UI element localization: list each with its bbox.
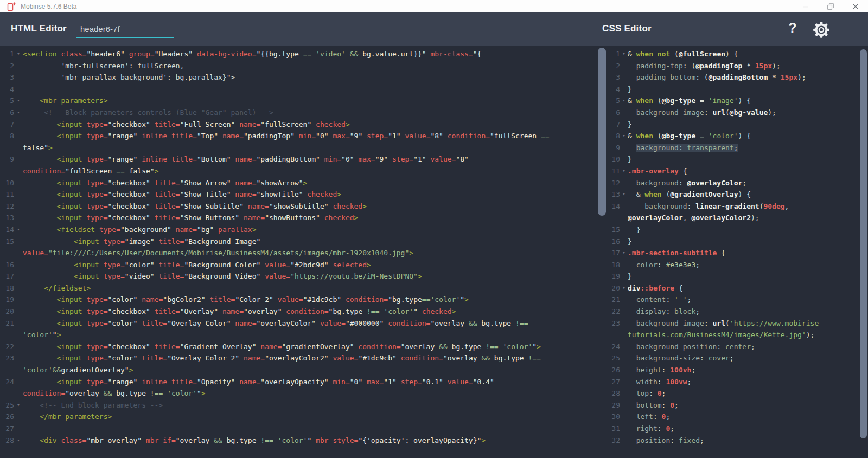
fold-arrow-icon[interactable]: ▾: [620, 48, 628, 60]
fold-arrow-icon[interactable]: ▾: [620, 165, 628, 177]
code-row: 14background: linear-gradient(90deg,: [608, 201, 860, 212]
fold-gutter: [14, 189, 23, 201]
fold-gutter: [14, 294, 23, 306]
fold-arrow-icon[interactable]: ▾: [620, 282, 628, 294]
html-editor-panel[interactable]: 1▾<section class="header6" group="Header…: [0, 46, 598, 458]
code-row: 19<input type="color" name="bgColor2" ti…: [0, 294, 598, 306]
fold-gutter: [620, 376, 628, 388]
code-row: 13<input type="checkbox" title="Show But…: [0, 212, 598, 224]
code-row: 21<input type="color" title="Overlay Col…: [0, 318, 598, 330]
fold-gutter: [14, 423, 23, 435]
fold-arrow-icon[interactable]: ▾: [620, 247, 628, 259]
line-number: 8: [0, 130, 14, 142]
code-row: 13▾& when (@gradientOverlay) {: [608, 189, 860, 201]
line-number: 27: [608, 376, 620, 388]
fold-gutter: [620, 201, 628, 212]
fold-gutter: [14, 247, 23, 259]
fold-gutter: [620, 107, 628, 119]
line-number: 5: [0, 95, 14, 107]
fold-gutter: [620, 435, 628, 447]
code-row: condition="overlay && bg.type !== 'color…: [0, 388, 598, 399]
code-row: 4}: [608, 83, 860, 95]
code-row: 18</fieldset>: [0, 282, 598, 294]
code-row: 31right: 0;: [608, 423, 860, 435]
code-row: 22<input type="checkbox" title="Gradient…: [0, 341, 598, 353]
code-row: @overlayColor, @overlayColor2);: [608, 212, 860, 224]
line-number: 31: [608, 423, 620, 435]
restore-button[interactable]: [818, 0, 843, 12]
help-icon[interactable]: ?: [783, 20, 802, 36]
code-row: 'color'&&gradientOverlay">: [0, 364, 598, 376]
fold-gutter: [620, 318, 628, 330]
code-row: 28▾<div class="mbr-overlay" mbr-if="over…: [0, 435, 598, 447]
fold-arrow-icon[interactable]: ▾: [620, 130, 628, 142]
line-number: 9: [608, 142, 620, 154]
code-row: 29bottom: 0;: [608, 399, 860, 411]
code-row: 1▾& when not (@fullScreen) {: [608, 48, 860, 60]
fold-gutter: [620, 341, 628, 353]
code-row: 15}: [608, 224, 860, 236]
fold-arrow-icon[interactable]: ▾: [620, 95, 628, 107]
fold-gutter: [620, 72, 628, 83]
code-row: 20▾div::before {: [608, 282, 860, 294]
html-editor-title: HTML Editor: [11, 23, 67, 34]
fold-gutter: [620, 153, 628, 165]
fold-arrow-icon[interactable]: ▾: [14, 224, 23, 236]
line-number: 7: [0, 119, 14, 131]
code-row: 30left: 0;: [608, 411, 860, 423]
fold-arrow-icon[interactable]: ▾: [14, 399, 23, 411]
code-row: 9background: transparent;: [608, 142, 860, 154]
css-editor-scrollbar[interactable]: [860, 49, 867, 438]
code-row: 15<input type="image" title="Background …: [0, 236, 598, 248]
mobirise-window: Mobirise 5.7.6 Beta HTML Editor header6-…: [0, 0, 868, 458]
line-number: 1: [608, 48, 620, 60]
line-number: 11: [608, 165, 620, 177]
fold-arrow-icon[interactable]: ▾: [14, 435, 23, 447]
file-tab[interactable]: header6-7f: [76, 21, 174, 38]
fold-gutter: [14, 329, 23, 341]
fold-gutter: [620, 411, 628, 423]
line-number: 18: [0, 282, 14, 294]
code-row: 22display: block;: [608, 306, 860, 318]
line-number: 17: [0, 270, 14, 282]
minimize-button[interactable]: [793, 0, 818, 12]
fold-gutter: [620, 388, 628, 399]
fold-gutter: [14, 376, 23, 388]
code-row: 5▾& when (@bg-type = 'image') {: [608, 95, 860, 107]
line-number: 3: [0, 72, 14, 83]
code-row: 27: [0, 423, 598, 435]
code-row: 17▾.mbr-section-subtitle {: [608, 247, 860, 259]
code-row: 32position: fixed;: [608, 435, 860, 447]
line-number: 6: [608, 107, 620, 119]
line-number: 13: [608, 189, 620, 201]
line-number: 27: [0, 423, 14, 435]
fold-gutter: [620, 364, 628, 376]
line-number: 1: [0, 48, 14, 60]
fold-gutter: [14, 60, 23, 72]
line-number: 23: [0, 352, 14, 364]
code-row: value="file:///C:/Users/User/Documents/M…: [0, 247, 598, 259]
line-number: 11: [0, 189, 14, 201]
html-editor-scrollbar[interactable]: [598, 48, 606, 216]
code-row: condition="fullScreen == false">: [0, 165, 598, 177]
line-number: 23: [608, 318, 620, 330]
code-row: 6background-image: url(@bg-value);: [608, 107, 860, 119]
titlebar: Mobirise 5.7.6 Beta: [0, 0, 868, 12]
code-row: tutorials.com/BusinessM4/images/Kette.jp…: [608, 329, 860, 341]
fold-arrow-icon[interactable]: ▾: [14, 48, 23, 60]
fold-arrow-icon[interactable]: ▾: [620, 189, 628, 201]
code-row: 8<input type="range" inline title="Top" …: [0, 130, 598, 142]
fold-arrow-icon[interactable]: ▾: [14, 95, 23, 107]
line-number: [0, 329, 14, 341]
line-number: 26: [608, 364, 620, 376]
gear-icon[interactable]: [812, 20, 833, 42]
code-row: 2'mbr-fullscreen': fullScreen,: [0, 60, 598, 72]
css-editor-panel[interactable]: 1▾& when not (@fullScreen) {2padding-top…: [608, 46, 860, 458]
window-title: Mobirise 5.7.6 Beta: [21, 3, 76, 10]
editor-area: 1▾<section class="header6" group="Header…: [0, 46, 868, 458]
line-number: 15: [0, 236, 14, 248]
line-number: 25: [608, 352, 620, 364]
close-button[interactable]: [843, 0, 868, 12]
fold-arrow-icon[interactable]: ▾: [14, 107, 23, 119]
fold-gutter: [620, 142, 628, 154]
